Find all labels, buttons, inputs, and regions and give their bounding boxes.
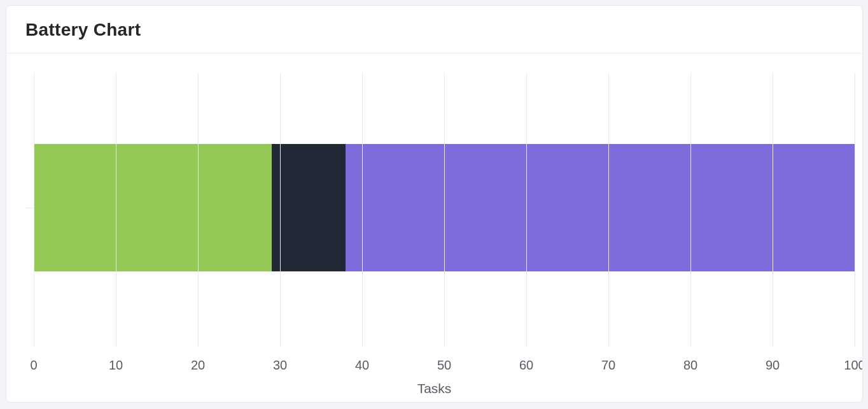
battery-chart: 0102030405060708090100 Tasks bbox=[6, 54, 862, 403]
x-tick-label: 20 bbox=[191, 358, 205, 373]
x-tick-label: 100 bbox=[844, 358, 863, 373]
grid-line bbox=[362, 73, 363, 347]
x-axis-ticks: 0102030405060708090100 bbox=[34, 358, 855, 376]
grid-line bbox=[526, 73, 527, 347]
bar-segment-segment-1 bbox=[34, 144, 272, 271]
x-tick-label: 40 bbox=[355, 358, 369, 373]
x-tick-label: 60 bbox=[519, 358, 533, 373]
grid-line bbox=[608, 73, 609, 347]
grid-line bbox=[690, 73, 691, 347]
grid-line bbox=[198, 73, 199, 347]
x-tick-label: 50 bbox=[437, 358, 451, 373]
battery-chart-card: Battery Chart 0102030405060708090100 Tas… bbox=[6, 5, 863, 403]
x-tick-label: 90 bbox=[766, 358, 780, 373]
grid-line bbox=[280, 73, 281, 347]
card-title: Battery Chart bbox=[25, 20, 843, 40]
grid-line bbox=[444, 73, 445, 347]
grid-line bbox=[855, 73, 855, 347]
grid-line bbox=[773, 73, 773, 347]
bar-segment-segment-2 bbox=[272, 144, 346, 271]
bar-segment-segment-3 bbox=[346, 144, 855, 271]
x-axis-label: Tasks bbox=[6, 381, 862, 396]
plot-area bbox=[34, 73, 855, 347]
x-tick-label: 0 bbox=[30, 358, 37, 373]
x-tick-label: 10 bbox=[109, 358, 123, 373]
x-tick-label: 80 bbox=[683, 358, 697, 373]
grid-line bbox=[116, 73, 116, 347]
x-tick-label: 30 bbox=[273, 358, 287, 373]
y-axis-tick bbox=[26, 208, 34, 208]
card-header: Battery Chart bbox=[6, 6, 862, 54]
grid-line bbox=[34, 73, 34, 347]
x-tick-label: 70 bbox=[601, 358, 615, 373]
